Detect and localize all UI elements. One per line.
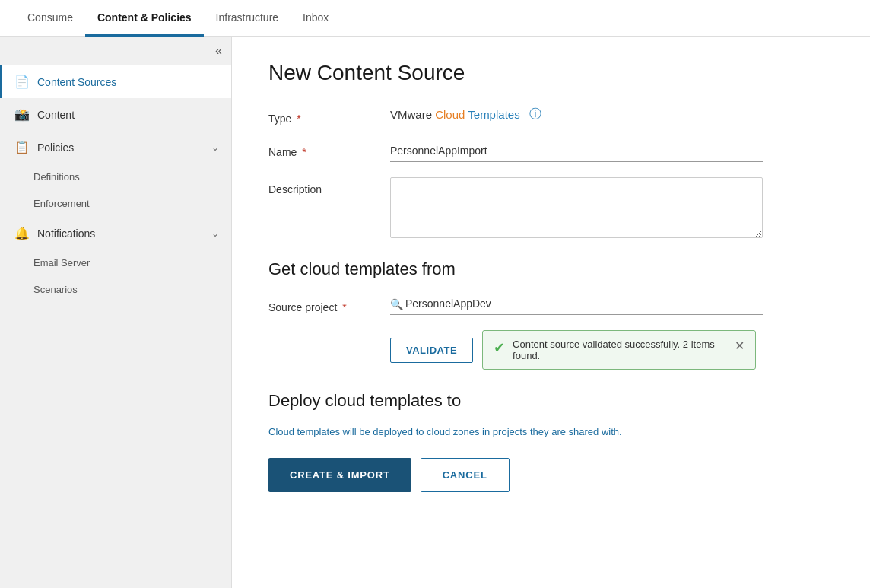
notifications-icon: 🔔 bbox=[14, 226, 30, 240]
name-input[interactable] bbox=[390, 140, 763, 162]
deploy-note: Cloud templates will be deployed to clou… bbox=[268, 424, 833, 440]
source-project-label: Source project * bbox=[268, 295, 390, 313]
name-value-container bbox=[390, 140, 833, 162]
content-sources-icon: 📄 bbox=[14, 75, 30, 89]
validate-button[interactable]: VALIDATE bbox=[390, 338, 473, 363]
top-nav: Consume Content & Policies Infrastructur… bbox=[0, 0, 870, 37]
policies-chevron-icon: ⌄ bbox=[211, 142, 219, 153]
source-project-input[interactable] bbox=[390, 293, 763, 315]
nav-infrastructure[interactable]: Infrastructure bbox=[204, 0, 291, 37]
success-message: Content source validated successfully. 2… bbox=[513, 338, 727, 361]
nav-consume[interactable]: Consume bbox=[15, 0, 85, 37]
nav-inbox[interactable]: Inbox bbox=[291, 0, 341, 37]
description-input[interactable] bbox=[390, 177, 763, 238]
sidebar-item-label: Notifications bbox=[37, 227, 95, 240]
sidebar-item-content[interactable]: 📸 Content bbox=[0, 98, 231, 131]
sidebar-sub-item-enforcement[interactable]: Enforcement bbox=[0, 190, 231, 217]
type-row: Type * VMware Cloud Templates ⓘ bbox=[268, 106, 833, 125]
type-cloud: Cloud bbox=[435, 108, 465, 121]
sidebar-sub-item-scenarios[interactable]: Scenarios bbox=[0, 276, 231, 303]
type-vmware: VMware bbox=[390, 108, 435, 121]
sidebar-item-content-sources[interactable]: 📄 Content Sources bbox=[0, 65, 231, 98]
create-import-button[interactable]: CREATE & IMPORT bbox=[268, 458, 411, 492]
type-value-container: VMware Cloud Templates ⓘ bbox=[390, 106, 833, 122]
sidebar-sub-item-definitions[interactable]: Definitions bbox=[0, 164, 231, 190]
policies-icon: 📋 bbox=[14, 140, 30, 154]
nav-content-policies[interactable]: Content & Policies bbox=[85, 0, 204, 37]
type-required: * bbox=[297, 113, 300, 125]
success-check-icon: ✔ bbox=[494, 339, 505, 356]
type-templates: Templates bbox=[465, 108, 519, 121]
sidebar-item-policies[interactable]: 📋 Policies ⌄ bbox=[0, 131, 231, 164]
deploy-section: Deploy cloud templates to Cloud template… bbox=[268, 391, 833, 440]
source-project-row: Source project * 🔍 bbox=[268, 293, 833, 315]
sidebar-item-label: Content bbox=[37, 109, 75, 121]
info-icon[interactable]: ⓘ bbox=[529, 106, 541, 122]
deploy-heading: Deploy cloud templates to bbox=[268, 391, 833, 411]
sidebar-item-label: Content Sources bbox=[37, 76, 116, 88]
action-row: CREATE & IMPORT CANCEL bbox=[268, 458, 833, 492]
source-project-required: * bbox=[342, 301, 346, 313]
main-content: New Content Source Type * VMware Cloud T… bbox=[232, 37, 870, 588]
collapse-icon: « bbox=[215, 44, 222, 58]
description-value-container bbox=[390, 177, 833, 238]
search-icon: 🔍 bbox=[390, 298, 403, 310]
sidebar-item-label: Policies bbox=[37, 141, 74, 154]
sidebar-item-notifications[interactable]: 🔔 Notifications ⌄ bbox=[0, 217, 231, 250]
name-row: Name * bbox=[268, 140, 833, 162]
name-label: Name * bbox=[268, 140, 390, 158]
type-label: Type * bbox=[268, 106, 390, 125]
name-required: * bbox=[302, 146, 306, 158]
get-cloud-templates-heading: Get cloud templates from bbox=[268, 259, 833, 279]
cancel-button[interactable]: CANCEL bbox=[421, 458, 510, 492]
notifications-chevron-icon: ⌄ bbox=[211, 228, 219, 239]
type-value: VMware Cloud Templates bbox=[390, 108, 520, 121]
sidebar: « 📄 Content Sources 📸 Content 📋 Policies… bbox=[0, 37, 232, 588]
source-project-input-container: 🔍 bbox=[390, 293, 763, 315]
sidebar-sub-item-email-server[interactable]: Email Server bbox=[0, 250, 231, 276]
description-row: Description bbox=[268, 177, 833, 238]
validate-row: VALIDATE ✔ Content source validated succ… bbox=[390, 330, 833, 370]
success-banner: ✔ Content source validated successfully.… bbox=[482, 330, 756, 370]
description-label: Description bbox=[268, 177, 390, 195]
collapse-button[interactable]: « bbox=[0, 37, 231, 65]
page-title: New Content Source bbox=[268, 61, 833, 85]
success-close-button[interactable]: ✕ bbox=[735, 338, 745, 353]
content-icon: 📸 bbox=[14, 107, 30, 122]
main-layout: « 📄 Content Sources 📸 Content 📋 Policies… bbox=[0, 37, 870, 588]
